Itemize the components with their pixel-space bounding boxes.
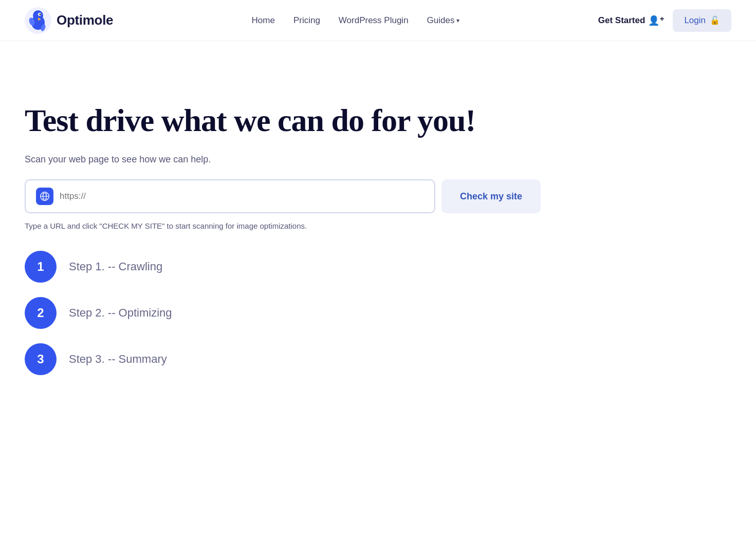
svg-point-5 <box>40 13 41 15</box>
home-nav-link[interactable]: Home <box>252 15 275 26</box>
main-nav: Home Pricing WordPress Plugin Guides ▾ <box>252 15 460 26</box>
step-label-3: Step 3. -- Summary <box>69 353 167 366</box>
url-input-box <box>25 179 435 213</box>
url-input-section: Check my site <box>25 179 541 213</box>
wordpress-plugin-nav-link[interactable]: WordPress Plugin <box>339 15 409 26</box>
logo[interactable]: Optimole <box>25 7 113 34</box>
pricing-nav-link[interactable]: Pricing <box>293 15 320 26</box>
login-button[interactable]: Login 🔓 <box>673 9 731 32</box>
step-circle-1: 1 <box>25 251 57 283</box>
site-header: Optimole Home Pricing WordPress Plugin G… <box>0 0 756 41</box>
url-globe-icon <box>36 188 53 205</box>
logo-icon <box>25 7 51 34</box>
guides-nav-link[interactable]: Guides ▾ <box>427 15 460 26</box>
url-input[interactable] <box>60 191 424 201</box>
steps-list: 1 Step 1. -- Crawling 2 Step 2. -- Optim… <box>25 251 541 375</box>
brand-name: Optimole <box>57 12 113 28</box>
main-content: Test drive what we can do for you! Scan … <box>0 41 565 406</box>
check-my-site-button[interactable]: Check my site <box>441 179 541 213</box>
step-circle-2: 2 <box>25 297 57 329</box>
guides-chevron-icon: ▾ <box>456 17 459 24</box>
step-label-1: Step 1. -- Crawling <box>69 260 162 273</box>
step-label-2: Step 2. -- Optimizing <box>69 306 172 320</box>
globe-svg <box>40 191 50 201</box>
get-started-button[interactable]: Get Started 👤⁺ <box>598 15 665 26</box>
step-circle-3: 3 <box>25 343 57 375</box>
person-plus-icon: 👤⁺ <box>648 15 665 26</box>
step-item-3: 3 Step 3. -- Summary <box>25 343 541 375</box>
step-item-1: 1 Step 1. -- Crawling <box>25 251 541 283</box>
hero-title: Test drive what we can do for you! <box>25 103 541 138</box>
hero-subtitle: Scan your web page to see how we can hel… <box>25 154 541 165</box>
step-item-2: 2 Step 2. -- Optimizing <box>25 297 541 329</box>
url-hint: Type a URL and click "CHECK MY SITE" to … <box>25 221 541 230</box>
header-right: Get Started 👤⁺ Login 🔓 <box>598 9 731 32</box>
lock-icon: 🔓 <box>710 15 720 25</box>
